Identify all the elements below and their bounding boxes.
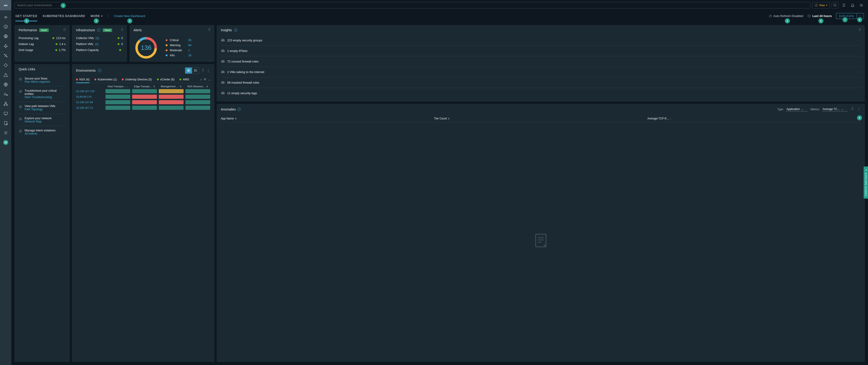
heatmap-cell[interactable]: [132, 89, 157, 93]
heatmap-cell[interactable]: [132, 95, 157, 99]
heatmap-cell[interactable]: [185, 95, 210, 99]
quick-link-item: Explore your network Network Map: [19, 114, 65, 126]
hamburger-icon[interactable]: [858, 2, 865, 8]
heatmap-cell[interactable]: [105, 95, 130, 99]
insight-item[interactable]: 1 empty IPSets: [221, 46, 861, 56]
env-column-header[interactable]: Management … ⇅: [159, 85, 184, 88]
pin-icon[interactable]: [208, 28, 211, 32]
count-link[interactable]: (1): [96, 36, 99, 40]
table-view-button[interactable]: [192, 67, 199, 73]
more-icon[interactable]: ⋮: [857, 107, 861, 112]
time-selector[interactable]: Now ▾: [812, 2, 830, 8]
heatmap-cell[interactable]: [105, 89, 130, 93]
heatmap-cell[interactable]: [185, 89, 210, 93]
search-icon-button[interactable]: [832, 2, 839, 8]
heatmap-cell[interactable]: [185, 106, 210, 110]
heatmap-cell[interactable]: [132, 100, 157, 104]
nav-dashboard-icon[interactable]: [0, 22, 11, 31]
quick-link-action[interactable]: Plan Micro-segment: [25, 80, 50, 83]
insight-item[interactable]: 2 VMs talking to the internet: [221, 67, 861, 78]
heatmap-cell[interactable]: [159, 95, 184, 99]
nav-settings-icon[interactable]: [0, 128, 11, 138]
col-tier-count[interactable]: Tier Count⇅: [434, 117, 647, 120]
tab-more[interactable]: MORE▾ 3: [91, 13, 103, 19]
info-icon[interactable]: i: [98, 69, 101, 72]
heatmap-cell[interactable]: [159, 89, 184, 93]
expand-rail-button[interactable]: [0, 12, 11, 22]
env-ip-link[interactable]: 10.196.167.128: [76, 90, 104, 93]
env-tab[interactable]: AWS: [180, 76, 189, 83]
nav-reports-icon[interactable]: [0, 118, 11, 128]
heatmap-cell[interactable]: [132, 106, 157, 110]
auto-refresh-toggle[interactable]: Auto Refresh Disabled 5: [769, 14, 803, 18]
quick-link-action[interactable]: Path Topology: [25, 108, 55, 111]
insight-text: 2 VMs talking to the internet: [227, 70, 264, 74]
bell-icon[interactable]: [849, 2, 856, 8]
create-dashboard-link[interactable]: Create New Dashboard 4: [114, 14, 145, 18]
nav-target-icon[interactable]: [0, 60, 11, 70]
alert-legend-row[interactable]: Critical 35: [166, 39, 195, 42]
bookmark-icon[interactable]: [840, 2, 847, 8]
pin-icon[interactable]: [858, 28, 862, 32]
quick-link-action[interactable]: Start Troubleshooting: [25, 96, 65, 99]
nav-tools-icon[interactable]: [0, 51, 11, 60]
search-bar[interactable]: 1: [14, 2, 810, 8]
info-icon[interactable]: i: [234, 29, 237, 32]
col-app-name[interactable]: App Name⇅: [221, 117, 434, 120]
insight-item[interactable]: 223 empty security groups: [221, 35, 861, 46]
alert-legend-row[interactable]: Info 16: [166, 54, 195, 57]
env-tab[interactable]: vCenter (6): [157, 76, 175, 83]
env-column-header[interactable]: Edge Transpo… ⇅: [132, 85, 157, 88]
list-icon[interactable]: [203, 78, 207, 82]
env-column-header[interactable]: Host Transpor… ↑: [105, 85, 130, 88]
count-link[interactable]: (1): [95, 42, 99, 46]
heatmap-cell[interactable]: [105, 106, 130, 110]
chevron-down-icon[interactable]: ⌄: [208, 78, 210, 81]
env-ip-link[interactable]: 10.196.167.64: [76, 101, 104, 103]
type-select[interactable]: Application⌄: [786, 107, 808, 112]
time-range-button[interactable]: Last 24 hours 6: [807, 14, 832, 18]
pin-icon[interactable]: [201, 68, 205, 73]
nav-monitor-icon[interactable]: [0, 109, 11, 118]
pin-icon[interactable]: [120, 28, 124, 32]
explore-guides-tab[interactable]: ▸ EXPLORE GUIDES: [864, 166, 868, 199]
quick-link-action[interactable]: Network Map: [25, 120, 52, 123]
alerts-donut-chart[interactable]: 136: [133, 35, 159, 60]
more-icon[interactable]: ⋮: [207, 68, 210, 73]
env-ip-link[interactable]: 10.196.167.12: [76, 107, 104, 109]
nav-alert-icon[interactable]: [0, 70, 11, 80]
nav-hierarchy-icon[interactable]: [0, 99, 11, 109]
nav-topology-icon[interactable]: [0, 41, 11, 51]
env-tab[interactable]: Kubernetes (1): [94, 76, 117, 83]
tab-kubernetes[interactable]: KUBERNETES DASHBOARD: [43, 13, 85, 19]
search-input[interactable]: [17, 3, 808, 7]
alert-legend-row[interactable]: Moderate 1: [166, 49, 195, 52]
env-tab[interactable]: Underlay Devices (5): [122, 76, 152, 83]
scroll-right-icon[interactable]: ›: [200, 78, 202, 81]
nav-globe-icon[interactable]: [0, 31, 11, 41]
metrics-select[interactable]: Average TC…⌄: [822, 107, 848, 112]
info-icon[interactable]: i: [97, 29, 100, 32]
nav-analytics-icon[interactable]: [0, 89, 11, 99]
pin-icon[interactable]: [850, 107, 854, 112]
heatmap-cell[interactable]: [159, 106, 184, 110]
alert-legend-row[interactable]: Warning 84: [166, 43, 195, 47]
vmware-logo[interactable]: vm: [0, 0, 11, 10]
pin-icon[interactable]: [63, 28, 66, 32]
quick-link-action[interactable]: All Intents: [25, 132, 56, 135]
nav-network-icon[interactable]: [0, 80, 11, 89]
insight-item[interactable]: 11 empty security tags: [221, 88, 861, 98]
status-dot: [166, 50, 167, 51]
env-ip-link[interactable]: 10.89.69.174: [76, 95, 104, 98]
env-tab[interactable]: NSX (4): [76, 76, 89, 83]
col-avg-tcp[interactable]: Average TCP R…↓: [647, 117, 861, 120]
heatmap-cell[interactable]: [105, 100, 130, 104]
insight-item[interactable]: 72 unused firewall rules: [221, 56, 861, 67]
tab-get-started[interactable]: GET STARTED 2: [16, 13, 37, 19]
insight-item[interactable]: 56 masked firewall rules: [221, 78, 861, 88]
heatmap-cell[interactable]: [185, 100, 210, 104]
info-icon[interactable]: i: [238, 108, 241, 111]
heatmap-view-button[interactable]: [185, 67, 192, 73]
heatmap-cell[interactable]: [159, 100, 184, 104]
env-column-header[interactable]: NSX Advance… ⇅: [185, 85, 210, 88]
